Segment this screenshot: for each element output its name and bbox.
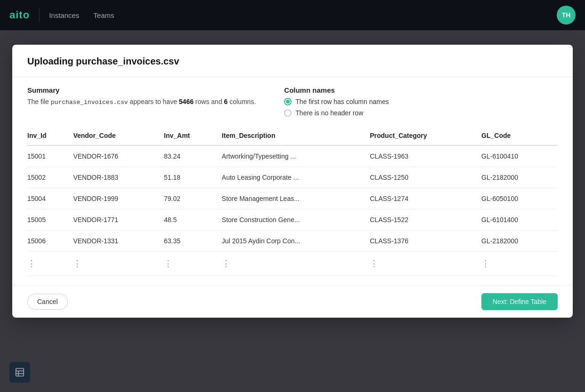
cell-r2-c5: GL-6050100 <box>481 188 558 209</box>
column-names-section: Column names The first row has column na… <box>284 86 389 117</box>
table-row: 15004VENDOR-199979.02Store Management Le… <box>27 188 558 209</box>
table-row: 15001VENDOR-167683.24Artworking/Typesett… <box>27 145 558 167</box>
cell-r1-c1: VENDOR-1883 <box>73 167 164 188</box>
cell-r1-c5: GL-2182000 <box>481 167 558 188</box>
cell-r2-c0: 15004 <box>27 188 73 209</box>
data-table: Inv_Id Vendor_Code Inv_Amt Item_Descript… <box>27 126 558 276</box>
cell-r4-c5: GL-2182000 <box>481 231 558 252</box>
summary-row: Summary The file purchase_invoices.csv a… <box>27 86 558 117</box>
cell-r4-c1: VENDOR-1331 <box>73 231 164 252</box>
cell-r2-c4: CLASS-1274 <box>370 188 481 209</box>
table-body: 15001VENDOR-167683.24Artworking/Typesett… <box>27 145 558 276</box>
column-names-heading: Column names <box>284 86 389 94</box>
cell-r0-c2: 83.24 <box>164 145 222 167</box>
cell-r0-c5: GL-6100410 <box>481 145 558 167</box>
cell-r0-c3: Artworking/Typesetting ... <box>222 145 370 167</box>
radio-group: The first row has column names There is … <box>284 98 389 117</box>
dots-cell-3: ⋮ <box>222 252 370 276</box>
nav-divider <box>39 8 40 22</box>
table-row: 15002VENDOR-188351.18Auto Leasing Corpor… <box>27 167 558 188</box>
summary-rows: 5466 <box>179 98 194 105</box>
cell-r1-c4: CLASS-1250 <box>370 167 481 188</box>
cancel-button[interactable]: Cancel <box>27 294 68 310</box>
cell-r2-c2: 79.02 <box>164 188 222 209</box>
radio-no-header[interactable]: There is no header row <box>284 109 389 117</box>
cell-r2-c1: VENDOR-1999 <box>73 188 164 209</box>
col-product-category: Product_Category <box>370 126 481 145</box>
radio-has-header-label: The first row has column names <box>295 98 389 105</box>
dots-cell-1: ⋮ <box>73 252 164 276</box>
dots-cell-5: ⋮ <box>481 252 558 276</box>
modal-footer: Cancel Next: Define Table <box>12 285 573 318</box>
col-inv-amt: Inv_Amt <box>164 126 222 145</box>
cell-r1-c3: Auto Leasing Corporate ... <box>222 167 370 188</box>
table-dots-row: ⋮⋮⋮⋮⋮⋮ <box>27 252 558 276</box>
dots-cell-2: ⋮ <box>164 252 222 276</box>
modal-header: Uploading purchase_invoices.csv <box>12 45 573 77</box>
cell-r3-c1: VENDOR-1771 <box>73 209 164 231</box>
dots-cell-4: ⋮ <box>370 252 481 276</box>
radio-no-header-circle <box>284 109 292 117</box>
radio-has-header[interactable]: The first row has column names <box>284 98 389 105</box>
cell-r3-c0: 15005 <box>27 209 73 231</box>
summary-and: rows and <box>194 98 224 105</box>
logo: aito <box>9 9 30 21</box>
cell-r4-c3: Jul 2015 Aydin Corp Con... <box>222 231 370 252</box>
col-vendor-code: Vendor_Code <box>73 126 164 145</box>
nav-teams[interactable]: Teams <box>93 11 114 19</box>
cell-r1-c2: 51.18 <box>164 167 222 188</box>
summary-middle: appears to have <box>128 98 179 105</box>
summary-filename: purchase_invoices.csv <box>51 99 128 106</box>
avatar[interactable]: TH <box>557 6 576 24</box>
table-row: 15005VENDOR-177148.5Store Construction G… <box>27 209 558 231</box>
table-row: 15006VENDOR-133163.35Jul 2015 Aydin Corp… <box>27 231 558 252</box>
modal-title: Uploading purchase_invoices.csv <box>27 56 558 67</box>
cell-r3-c4: CLASS-1522 <box>370 209 481 231</box>
svg-rect-0 <box>16 368 24 376</box>
summary-section: Summary The file purchase_invoices.csv a… <box>27 86 256 117</box>
cell-r2-c3: Store Management Leas... <box>222 188 370 209</box>
dots-cell-0: ⋮ <box>27 252 73 276</box>
upload-modal: Uploading purchase_invoices.csv Summary … <box>12 45 573 318</box>
cell-r0-c0: 15001 <box>27 145 73 167</box>
cell-r0-c4: CLASS-1963 <box>370 145 481 167</box>
navbar: aito Instances Teams TH <box>0 0 585 31</box>
radio-no-header-label: There is no header row <box>295 109 363 117</box>
summary-heading: Summary <box>27 86 256 94</box>
table-header: Inv_Id Vendor_Code Inv_Amt Item_Descript… <box>27 126 558 145</box>
col-item-description: Item_Description <box>222 126 370 145</box>
cell-r4-c0: 15006 <box>27 231 73 252</box>
nav-links: Instances Teams <box>49 11 557 19</box>
col-inv-id: Inv_Id <box>27 126 73 145</box>
next-button[interactable]: Next: Define Table <box>481 293 558 310</box>
summary-prefix: The file <box>27 98 51 105</box>
cell-r0-c1: VENDOR-1676 <box>73 145 164 167</box>
bottom-left-icon[interactable] <box>9 362 30 383</box>
cell-r4-c2: 63.35 <box>164 231 222 252</box>
table-header-row: Inv_Id Vendor_Code Inv_Amt Item_Descript… <box>27 126 558 145</box>
modal-body: Summary The file purchase_invoices.csv a… <box>12 77 573 285</box>
summary-suffix: columns. <box>228 98 256 105</box>
cell-r4-c4: CLASS-1376 <box>370 231 481 252</box>
cell-r3-c3: Store Construction Gene... <box>222 209 370 231</box>
summary-text: The file purchase_invoices.csv appears t… <box>27 98 256 106</box>
radio-has-header-circle <box>284 98 292 105</box>
nav-instances[interactable]: Instances <box>49 11 79 19</box>
cell-r1-c0: 15002 <box>27 167 73 188</box>
cell-r3-c2: 48.5 <box>164 209 222 231</box>
cell-r3-c5: GL-6101400 <box>481 209 558 231</box>
col-gl-code: GL_Code <box>481 126 558 145</box>
modal-backdrop: Uploading purchase_invoices.csv Summary … <box>0 31 585 392</box>
